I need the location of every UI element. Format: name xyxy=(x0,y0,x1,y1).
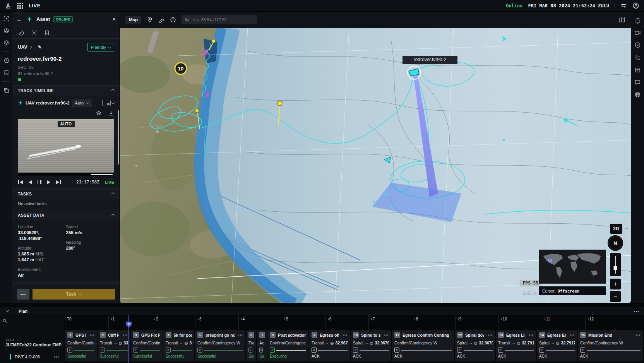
task-menu-button[interactable]: ••• xyxy=(341,333,348,337)
plan-task-card[interactable]: 12Spiral down•••Spiral→◎32.96706°, -1»AC… xyxy=(455,330,495,361)
zoom-out-button[interactable]: − xyxy=(610,291,621,302)
pip-video-button[interactable] xyxy=(102,100,114,106)
bookmark-icon[interactable] xyxy=(3,69,10,76)
inbox-archive-icon[interactable] xyxy=(634,67,641,73)
chat-icon[interactable] xyxy=(634,79,641,86)
step-back-button[interactable] xyxy=(29,180,32,185)
asset-ring-icon[interactable] xyxy=(3,27,10,34)
video-mode-badge: AUTO xyxy=(57,121,74,127)
task-number-badge: 7 xyxy=(259,332,265,338)
plan-task-card[interactable]: 8Post activation data duConfirm/Continge… xyxy=(267,330,308,361)
plan-task-card[interactable]: 15Mission End•••Confirm/Contingency W»AC… xyxy=(578,330,643,361)
center-on-asset-icon[interactable] xyxy=(31,30,37,36)
task-menu-button[interactable]: ••• xyxy=(122,333,128,337)
close-icon[interactable]: × xyxy=(112,16,116,23)
drone-icon xyxy=(26,16,33,23)
plan-timeline: T0+1+2+3+4+5+6+7+8+9+10+11+12 1GPS Fix••… xyxy=(64,315,644,363)
map-tab[interactable]: Map xyxy=(125,16,141,24)
task-menu-button[interactable]: ••• xyxy=(486,333,493,337)
select-area-icon[interactable] xyxy=(3,15,10,22)
vehicle-menu-button[interactable]: ••• xyxy=(54,355,59,359)
task-menu-button[interactable]: ••• xyxy=(569,333,575,337)
shield-check-icon[interactable] xyxy=(634,42,641,48)
zoom-slider-handle[interactable] xyxy=(614,266,617,270)
task-title: presprint go no go xyxy=(206,333,235,337)
task-button[interactable]: Task xyxy=(33,289,115,300)
map-mode-2d-button[interactable]: 2D xyxy=(610,224,622,234)
back-button[interactable]: ← xyxy=(16,16,22,23)
panel-scrollbar[interactable] xyxy=(118,110,119,164)
collections-icon[interactable] xyxy=(3,87,10,94)
minimap[interactable] xyxy=(539,250,606,284)
task-menu-button[interactable]: ••• xyxy=(88,333,94,337)
plan-task-card[interactable]: 9Egress off cliff•••Transit→◎32.96701°, … xyxy=(309,330,350,361)
task-progress-line xyxy=(546,350,575,351)
skip-to-live-button[interactable] xyxy=(56,180,61,185)
collapse-plan-icon[interactable] xyxy=(6,309,9,312)
plan-search-icon[interactable] xyxy=(2,318,7,324)
track-label[interactable]: redrover.fvr90-2 xyxy=(402,56,457,64)
map-atlas-icon[interactable] xyxy=(619,17,625,23)
zoom-slider[interactable] xyxy=(610,253,621,276)
plan-task-card[interactable]: 1GPS Fix•••Confirm/Contingency W»Success… xyxy=(65,330,97,361)
video-feeds-icon[interactable] xyxy=(634,29,641,36)
more-options-button[interactable]: ••• xyxy=(17,289,29,300)
coordinate-search-input[interactable]: e.g. 33.54,-117.6° xyxy=(182,15,257,24)
measure-ruler-icon[interactable] xyxy=(158,17,164,23)
heading-value: 280° xyxy=(66,245,115,251)
zoom-in-button[interactable]: + xyxy=(610,279,621,289)
plan-task-card[interactable]: 45k for posterityTransit→◎32.96»Successf… xyxy=(163,330,194,361)
plan-task-card[interactable]: 7ActActivation»Successful xyxy=(257,330,267,361)
plan-task-card[interactable]: 6TaskTransit»Successful xyxy=(246,330,256,361)
account-icon[interactable] xyxy=(632,2,639,9)
video-layers-icon[interactable] xyxy=(96,110,102,116)
task-progress: » xyxy=(166,348,192,353)
pause-button[interactable] xyxy=(38,180,41,185)
collapse-icon[interactable] xyxy=(111,192,115,195)
notifications-bell-icon[interactable] xyxy=(634,17,641,24)
timeline-mode-select[interactable]: Auto xyxy=(72,99,92,107)
task-number-badge: 9 xyxy=(312,332,317,338)
collapse-icon[interactable] xyxy=(111,214,115,217)
plan-task-card[interactable]: 10Spiral to surface•••Spiral→◎32.96703°,… xyxy=(351,330,391,361)
timeline-ruler[interactable]: T0+1+2+3+4+5+6+7+8+9+10+11+12 xyxy=(64,315,644,329)
video-feed-thumbnail[interactable]: AUTO xyxy=(18,119,114,176)
task-coordinate: 32.96701°, -1 xyxy=(335,341,348,345)
field-label: Environment xyxy=(18,267,66,272)
task-menu-button[interactable]: ••• xyxy=(634,333,641,337)
edit-pencil-icon[interactable]: ✎ xyxy=(38,45,42,50)
plan-task-card[interactable]: 11Egress Confirm ContingConfirm/Continge… xyxy=(392,330,454,361)
layers-icon[interactable] xyxy=(3,39,10,46)
waypoint-10-badge[interactable]: 10 xyxy=(175,63,187,74)
checklist-icon[interactable] xyxy=(634,54,641,61)
collapse-icon[interactable] xyxy=(111,89,115,92)
vehicle-row[interactable]: DIVE-LD-006 ••• xyxy=(0,352,64,362)
plan-task-card[interactable]: 2Cliff Run 2•••Transit→◎33.00»Successful xyxy=(98,330,130,361)
affiliation-select[interactable]: Friendly xyxy=(87,43,114,51)
plan-task-card[interactable]: 5presprint go no go•••Confirm/Contingenc… xyxy=(195,330,245,361)
plan-menu-button[interactable]: ••• xyxy=(634,309,639,313)
video-progress-bar[interactable] xyxy=(18,173,114,176)
plan-task-card[interactable]: 3GPS Fix Post CliffConfirm/Contingency W… xyxy=(131,330,163,361)
field-label: Location xyxy=(18,224,66,229)
info-icon[interactable] xyxy=(170,17,176,23)
step-forward-button[interactable] xyxy=(47,180,50,185)
download-icon[interactable] xyxy=(108,110,114,116)
app-grid-icon[interactable] xyxy=(17,3,23,9)
task-progress: » xyxy=(539,348,575,353)
bookmark-asset-icon[interactable] xyxy=(44,30,50,36)
skip-to-start-button[interactable] xyxy=(18,180,23,185)
target-icon: ◎ xyxy=(370,341,373,345)
follow-icon[interactable] xyxy=(18,30,24,36)
task-menu-button[interactable]: ••• xyxy=(528,333,534,337)
settings-sliders-icon[interactable] xyxy=(620,2,627,9)
task-menu-button[interactable]: ••• xyxy=(237,333,243,337)
task-menu-button[interactable]: ••• xyxy=(383,333,389,337)
globe-icon[interactable] xyxy=(634,91,641,98)
drop-pin-icon[interactable] xyxy=(147,17,153,23)
compass[interactable]: N xyxy=(608,235,623,251)
mission-name[interactable]: JLFMPFeb22 Continue FMP 23... xyxy=(5,342,62,347)
history-icon[interactable] xyxy=(3,57,10,64)
plan-task-card[interactable]: 13Egress Line•••Transit→◎32.79155°, -1»A… xyxy=(496,330,536,361)
plan-task-card[interactable]: 14Egress End Spiral•••Spiral→◎32.79177°,… xyxy=(537,330,577,361)
